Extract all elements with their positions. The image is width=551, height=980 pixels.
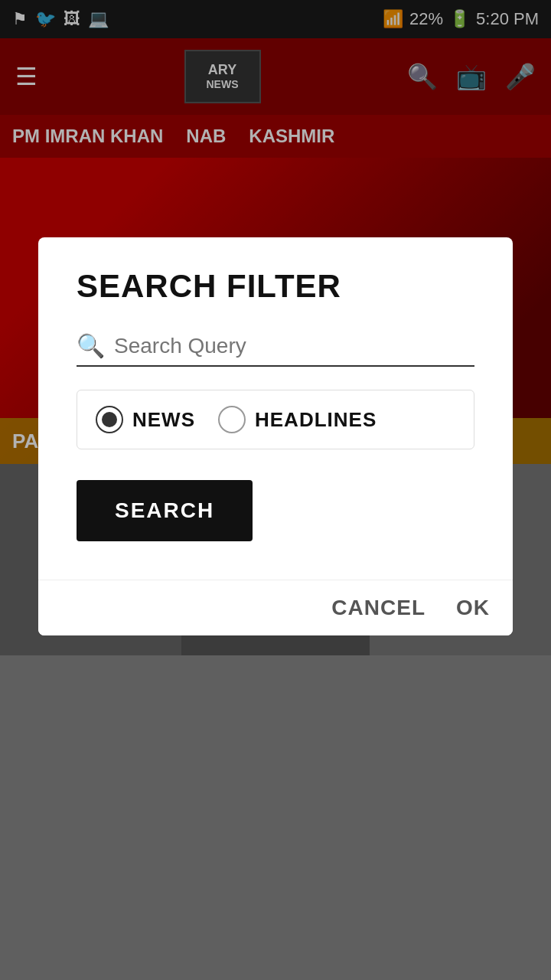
radio-headlines[interactable]: HEADLINES <box>218 406 377 433</box>
dialog-title: SEARCH FILTER <box>77 268 474 305</box>
radio-news-circle <box>96 406 123 433</box>
dialog-footer: CANCEL OK <box>38 580 513 635</box>
radio-news-inner <box>102 412 117 427</box>
search-query-input[interactable] <box>114 334 474 358</box>
radio-headlines-label: HEADLINES <box>255 408 377 432</box>
search-input-row: 🔍 <box>77 332 474 367</box>
radio-news-label: NEWS <box>132 408 195 432</box>
search-type-radio-group: NEWS HEADLINES <box>77 390 474 449</box>
dialog-body: SEARCH FILTER 🔍 NEWS HEADLINES SEARCH <box>38 237 513 580</box>
search-button[interactable]: SEARCH <box>77 480 253 541</box>
ok-button[interactable]: OK <box>456 596 490 620</box>
radio-headlines-circle <box>218 406 246 433</box>
search-input-icon: 🔍 <box>77 332 105 359</box>
search-filter-dialog: SEARCH FILTER 🔍 NEWS HEADLINES SEARCH CA… <box>38 237 513 635</box>
cancel-button[interactable]: CANCEL <box>331 596 425 620</box>
radio-news[interactable]: NEWS <box>96 406 195 433</box>
